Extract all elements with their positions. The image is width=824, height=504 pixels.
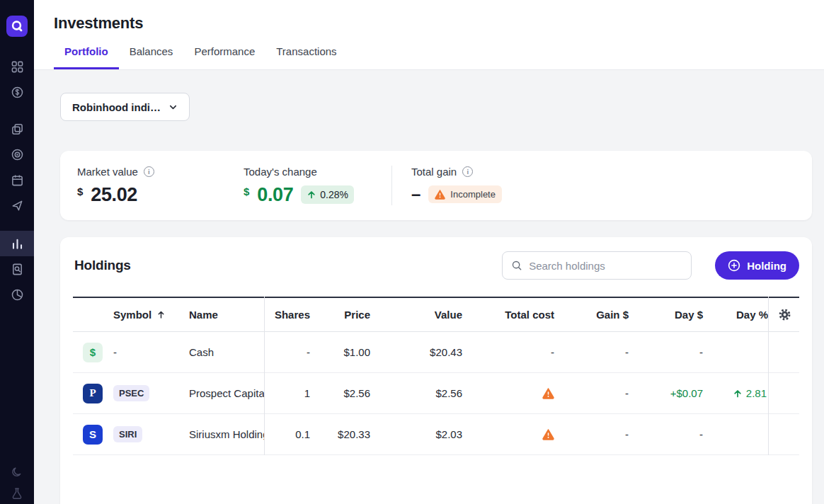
- accounts-cards-icon: [11, 122, 24, 136]
- price-cell: $1.00: [317, 346, 377, 358]
- sidebar-item-dashboard[interactable]: [0, 54, 34, 79]
- tab-balances[interactable]: Balances: [119, 45, 184, 69]
- gain-cell: -: [561, 387, 636, 399]
- sidebar-item-plan[interactable]: [0, 193, 34, 218]
- total-gain-label-row: Total gain: [411, 166, 502, 178]
- symbol-cell: P PSEC: [73, 384, 189, 403]
- value-cell: $2.03: [377, 428, 469, 440]
- beaker-icon: [11, 487, 23, 500]
- market-value-label-row: Market value: [77, 166, 244, 178]
- tab-performance[interactable]: Performance: [183, 45, 265, 69]
- currency-symbol: $: [244, 185, 249, 197]
- search-input[interactable]: [529, 260, 682, 272]
- market-value-label: Market value: [77, 166, 138, 178]
- market-value-amount: 25.02: [91, 184, 137, 205]
- investments-bar-chart-icon: [11, 237, 24, 251]
- add-holding-label: Holding: [747, 260, 786, 272]
- column-settings-icon[interactable]: [768, 308, 801, 321]
- holding-row-cash[interactable]: $ - Cash - $1.00 $20.43 - - -: [73, 332, 799, 373]
- moon-icon: [11, 466, 23, 479]
- sidebar-item-goals[interactable]: [0, 142, 34, 167]
- total-cost-cell: [469, 387, 561, 399]
- value-cell: $2.56: [377, 387, 469, 399]
- sort-ascending-icon: [156, 310, 166, 319]
- reports-search-icon: [11, 263, 24, 276]
- plan-flag-icon: [11, 199, 24, 212]
- sidebar-item-labs[interactable]: [0, 483, 34, 504]
- day-dollar-cell: -: [636, 346, 710, 358]
- column-header-price[interactable]: Price: [317, 309, 377, 321]
- budget-pie-icon: [11, 288, 24, 302]
- warning-icon: [542, 428, 554, 440]
- search-icon: [511, 260, 522, 271]
- currency-symbol: $: [77, 185, 83, 197]
- symbol-text: -: [113, 346, 117, 358]
- holding-row-psec[interactable]: P PSEC Prospect Capita 1 $2.56 $2.56: [73, 373, 799, 414]
- info-icon[interactable]: [144, 166, 154, 177]
- dollar-coin-icon: [11, 86, 24, 99]
- trend-up-icon: [307, 190, 316, 200]
- incomplete-badge: Incomplete: [428, 185, 502, 203]
- column-header-shares[interactable]: Shares: [264, 309, 317, 321]
- portfolio-summary-card: Market value $ 25.02 Today's change $ 0.…: [60, 151, 812, 220]
- main-area: Investments Portfolio Balances Performan…: [34, 0, 824, 504]
- warning-icon: [542, 387, 554, 399]
- gear-icon: [778, 308, 791, 321]
- app-logo[interactable]: [6, 16, 28, 37]
- sidebar-item-accounts[interactable]: [0, 116, 34, 142]
- todays-change-label-row: Today's change: [244, 166, 391, 178]
- column-label-symbol: Symbol: [113, 309, 151, 321]
- info-icon[interactable]: [462, 166, 473, 177]
- gain-cell: -: [561, 346, 636, 358]
- todays-change-amount: 0.07: [257, 184, 293, 205]
- sidebar-item-transactions[interactable]: [0, 79, 34, 105]
- plus-circle-icon: [728, 259, 740, 272]
- chevron-down-icon: [168, 103, 178, 112]
- table-header-row: Symbol Name Shares Price Value Total cos…: [73, 297, 799, 332]
- column-header-symbol[interactable]: Symbol: [73, 309, 189, 321]
- sidebar: [0, 0, 34, 504]
- ticker-badge: SIRI: [113, 426, 142, 442]
- holdings-title: Holdings: [74, 258, 131, 273]
- column-header-value[interactable]: Value: [377, 309, 469, 321]
- tab-portfolio[interactable]: Portfolio: [54, 45, 119, 69]
- add-holding-button[interactable]: Holding: [715, 251, 799, 280]
- shares-cell: 1: [264, 387, 317, 399]
- sidebar-item-budget[interactable]: [0, 282, 34, 307]
- sidebar-nav: [0, 54, 34, 307]
- change-percent-badge: 0.28%: [301, 185, 354, 204]
- symbol-cell: $ -: [73, 343, 189, 362]
- holdings-search: [502, 251, 692, 280]
- holdings-table: Symbol Name Shares Price Value Total cos…: [73, 297, 799, 455]
- name-cell: Cash: [189, 346, 264, 358]
- todays-change-row: $ 0.07 0.28%: [244, 184, 391, 205]
- app-logo-icon: [10, 19, 24, 33]
- column-header-total-cost[interactable]: Total cost: [469, 309, 561, 321]
- change-percent-value: 0.28%: [320, 189, 348, 200]
- column-header-day-percent[interactable]: Day %: [710, 309, 768, 321]
- account-filter-label: Robinhood indi…: [72, 101, 161, 113]
- sidebar-item-reports[interactable]: [0, 256, 34, 282]
- tab-transactions[interactable]: Transactions: [265, 45, 347, 69]
- sidebar-bottom: [0, 462, 34, 504]
- symbol-cell: S SIRI: [73, 425, 189, 445]
- warning-icon: [435, 189, 445, 200]
- column-header-name[interactable]: Name: [189, 309, 264, 321]
- sidebar-item-appearance[interactable]: [0, 462, 34, 483]
- sidebar-item-investments[interactable]: [0, 231, 34, 256]
- column-header-day-dollar[interactable]: Day $: [636, 309, 710, 321]
- gain-cell: -: [561, 428, 636, 440]
- day-percent-cell: 2.81: [710, 387, 768, 399]
- account-filter-dropdown[interactable]: Robinhood indi…: [60, 93, 190, 121]
- page-header: Investments Portfolio Balances Performan…: [34, 0, 824, 70]
- column-header-gain[interactable]: Gain $: [561, 309, 636, 321]
- name-cell: Siriusxm Holding: [189, 428, 264, 440]
- todays-change-label: Today's change: [244, 166, 317, 178]
- siri-asset-icon: S: [83, 425, 103, 445]
- price-cell: $20.33: [317, 428, 377, 440]
- total-gain-row: – Incomplete: [411, 184, 502, 204]
- trend-up-icon: [733, 389, 743, 399]
- holding-row-siri[interactable]: S SIRI Siriusxm Holding 0.1 $20.33 $2.03: [73, 414, 799, 455]
- sidebar-item-calendar[interactable]: [0, 167, 34, 193]
- name-cell: Prospect Capita: [189, 387, 264, 399]
